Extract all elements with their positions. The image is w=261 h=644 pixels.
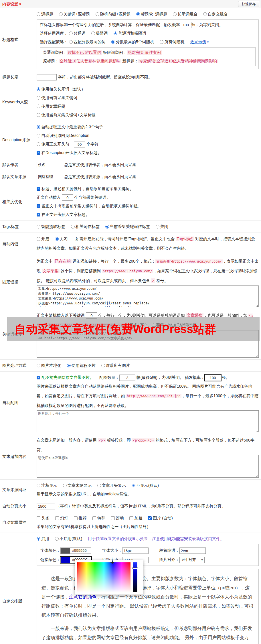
radio-article-title[interactable]: 使用文章标题 [37, 104, 65, 109]
radio-body-prefix[interactable]: 使用正文开头前 [37, 142, 69, 146]
image-count-suffix: 幅(最多5幅)，为0则关闭。 [137, 375, 184, 380]
radio-both-words[interactable]: 普通词和极限词 [114, 31, 146, 36]
checkbox-icon: ✓ [37, 151, 40, 155]
image-probability-input[interactable] [205, 375, 221, 381]
radio-typography-enable[interactable]: 启用 [37, 536, 49, 541]
row-label: 自动文章属性 [0, 512, 34, 533]
checkbox-attr-headline[interactable]: 头条 [37, 516, 50, 520]
color-picker-hue-slider[interactable] [133, 562, 137, 592]
checkbox-attr-recommend[interactable]: 推荐 [74, 516, 87, 520]
radio-show-end[interactable]: 文章末尾显示 [63, 483, 92, 488]
row-label: Description来源 [0, 121, 34, 159]
keyword-density-textarea[interactable]: <a href='https://www.ucaiyun.com/'>采集器</… [37, 330, 259, 358]
radio-clickbait-title[interactable]: 标题党+源标题 [136, 12, 167, 16]
radio-top5-random[interactable]: 分数最高的5个词随机 [111, 40, 154, 44]
row-title-length: 标题长度 字符，超出部分将被强制截断。留空或设为0则不限。 [0, 71, 261, 83]
preview-paragraph-1: 这是一段预览文字，它会根据您的设置动态改变。主要排版参数为：字体颜色、字体大小、… [41, 574, 254, 620]
radio-source-title[interactable]: 源标题 [37, 12, 53, 16]
radio-normal-words[interactable]: 普通词 [69, 31, 86, 36]
image-align-select[interactable]: 居中对齐▾ [179, 557, 205, 563]
append-desc: 在文章末尾追加一段内容，请使用 <p> 标签段落，即 <p>xxx</p> 的格… [37, 436, 259, 455]
radio-original-description[interactable]: 自动识别原网页Description [37, 133, 89, 138]
checkbox-attr-bold[interactable]: 加粗 [129, 516, 142, 520]
checkbox-attr-special[interactable]: 特荐 [92, 516, 105, 520]
radio-autolink-on[interactable]: 开启 [37, 237, 49, 241]
radio-icon [37, 96, 40, 100]
page-title[interactable]: 内容设置» [0, 2, 21, 6]
effect-example-link[interactable]: 效果示例» [190, 40, 209, 44]
row-title-format: 标题格式 源标题 关键词+源标题 随机前缀+源标题 标题党+源标题 长尾词组合 … [0, 8, 261, 71]
hue-slider-handle[interactable] [132, 568, 138, 569]
radio-localize-images[interactable]: 图片本地化 [37, 363, 61, 368]
radio-all-random[interactable]: 所有词随机 [160, 40, 184, 44]
insert-keywords-count-input[interactable] [62, 194, 73, 201]
radio-custom-combo[interactable]: 自定义组合 [203, 12, 228, 16]
color-picker-gradient[interactable]: + [77, 562, 130, 592]
check-icon: ✓ [149, 516, 151, 520]
radio-current-keyword-tags[interactable]: 当前采集关键词作标签 [105, 224, 150, 229]
radio-keyword-source-title[interactable]: 关键词+源标题 [59, 12, 90, 16]
radio-random-prefix-title[interactable]: 随机前缀+源标题 [96, 12, 130, 16]
image-urls-textarea[interactable] [37, 410, 259, 432]
radio-autolink-off[interactable]: 关闭 [55, 237, 68, 241]
checkbox-icon: ✓ [148, 516, 152, 520]
indent-label: 段首缩进： [159, 548, 179, 553]
checkbox-icon: ✓ [37, 213, 40, 216]
append-content-textarea[interactable] [37, 455, 259, 478]
row-label: 固定链接 [0, 255, 34, 309]
preview-link[interactable]: 注意它的颜色 [69, 594, 96, 599]
radio-typography-disable[interactable]: 不启用(默认) [55, 536, 82, 541]
radio-icon [37, 537, 40, 541]
indent-input[interactable] [179, 548, 206, 554]
trigger-probability-input[interactable] [180, 22, 191, 28]
radio-keywords-plus-title[interactable]: 使用当前采集关键词+文章标题 [37, 113, 96, 117]
fixed-links-textarea[interactable]: 采集>https://www.ucaiyun.com/ 采集器>https://… [37, 285, 259, 307]
radio-longtail-combo[interactable]: 长尾词组合 [173, 12, 197, 16]
radio-related-word-tags[interactable]: 相关词作标签 [71, 224, 100, 229]
radio-show-start[interactable]: 文章开头显示 [97, 483, 126, 488]
check-icon: ✓ [37, 376, 40, 379]
keyword-density-count-input[interactable] [86, 312, 97, 319]
radio-highest-score[interactable]: 匹配分数最高的词 [69, 40, 106, 44]
font-color-field[interactable]: #555555 [60, 548, 91, 554]
checkbox-delete-original-images[interactable]: ✓配图前先删除原文自带图片。 [37, 375, 94, 380]
link-color-swatch [61, 557, 70, 563]
trigger-text: 在标题头部添加一个有吸引力的短语，系统自动计算，保证最佳匹配，触发概率 [40, 22, 180, 27]
radio-show-comment[interactable]: 注释显示 [37, 483, 57, 488]
checkbox-add-keywords-low-relevance[interactable]: ✓标题、描述相关度低时，自动添加当前采集关键词。 [37, 186, 134, 191]
image-count-label: 配图数量： [99, 375, 119, 380]
radio-icon [63, 484, 67, 487]
radio-icon [105, 225, 109, 229]
pagination-size-input[interactable] [37, 503, 55, 509]
checkbox-attr-slideshow[interactable]: 幻灯 [55, 516, 68, 520]
row-label: 默认文章来源 [0, 171, 34, 183]
radio-tags-off[interactable]: 关闭 [156, 224, 168, 229]
checkbox-icon [129, 516, 133, 520]
radio-icon [37, 12, 40, 16]
image-count-input[interactable] [119, 375, 135, 381]
row-fixed-links: 固定链接 为正文中 已存在的 词汇添加链接，每行一个，最多200个，格式：文章采… [0, 255, 261, 309]
checkbox-attr-image-auto[interactable]: ✓图片 (自动) [148, 516, 173, 520]
radio-related-longtail[interactable]: 使用相关长尾词（默认） [37, 87, 85, 91]
default-source-input[interactable] [37, 174, 63, 180]
checkbox-insert-title-description[interactable]: ✓在Description开头插入文章标题。 [37, 150, 102, 155]
radio-extreme-words[interactable]: 极限词 [91, 31, 108, 36]
radio-block-images[interactable]: 屏蔽所有图片 [101, 363, 130, 368]
radio-current-keywords[interactable]: 使用当前采集关键词 [37, 95, 77, 100]
radio-smart-tags[interactable]: 智能提取标签 [37, 224, 65, 229]
quick-save-button[interactable]: 快速保存 [238, 1, 259, 7]
radio-hide-default[interactable]: 不显示(默认) [132, 483, 159, 488]
typography-note: 用于快速设置文章的外观显示效果，注意使用此功能需安装最新版接口文件。 [88, 536, 224, 541]
prefix-chars-input[interactable] [74, 141, 85, 147]
checkbox-attr-scroll[interactable]: 滚动 [111, 516, 124, 520]
radio-extract-sentences[interactable]: 自动提取正文中最重要的2-3个句子 [37, 125, 103, 129]
checkbox-bold-keywords[interactable]: ✓当正文中出现当前采集关键词时，自动把该关键词加粗。 [37, 204, 142, 208]
radio-icon [91, 31, 95, 35]
title-length-input[interactable] [37, 74, 57, 80]
source-url-desc: 用于显示文章的采集来源URL，自动加nofollow属性。 [37, 492, 131, 496]
default-author-input[interactable] [37, 162, 63, 168]
font-size-input[interactable] [122, 548, 149, 554]
checkbox-insert-title-body[interactable]: ✓在正文开头插入文章标题。 [37, 212, 90, 217]
radio-remote-images[interactable]: 使用远程图片 [67, 363, 96, 368]
radio-icon [55, 537, 59, 541]
